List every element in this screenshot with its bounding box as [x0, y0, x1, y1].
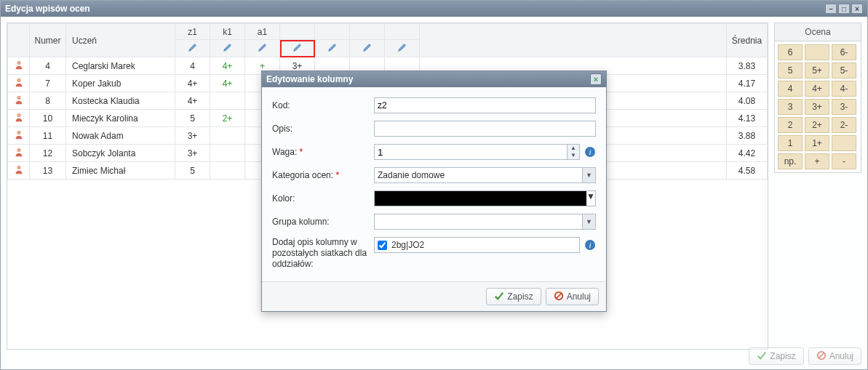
- cell-grade[interactable]: [210, 145, 245, 162]
- cell-numer: 11: [30, 127, 66, 145]
- footer-cancel-button[interactable]: Anuluj: [808, 347, 861, 365]
- edit-column-button[interactable]: [280, 40, 315, 57]
- close-button[interactable]: ×: [851, 4, 863, 14]
- pencil-icon: [258, 42, 268, 52]
- svg-point-0: [17, 61, 20, 65]
- grade-pick-button[interactable]: 1+: [805, 135, 829, 151]
- info-icon[interactable]: i: [584, 239, 596, 251]
- cell-uczen: Kostecka Klaudia: [66, 92, 175, 110]
- pencil-icon: [327, 42, 338, 52]
- grade-col-header[interactable]: [350, 24, 385, 40]
- grade-pick-button[interactable]: 4-: [832, 81, 856, 97]
- cell-uczen: Mieczyk Karolina: [66, 110, 175, 127]
- grade-pick-button[interactable]: 3+: [805, 99, 829, 115]
- grade-pick-button[interactable]: 6: [778, 44, 803, 60]
- cancel-icon: [816, 350, 827, 363]
- edit-column-button[interactable]: [175, 40, 210, 57]
- grade-pick-button[interactable]: 4+: [805, 81, 829, 97]
- col-uczen[interactable]: Uczeń: [66, 24, 175, 57]
- combo-kolor[interactable]: ▼: [374, 190, 596, 206]
- col-srednia[interactable]: Średnia: [727, 24, 768, 57]
- grade-pick-button[interactable]: 5: [778, 63, 803, 79]
- info-icon[interactable]: i: [584, 146, 596, 158]
- grade-pick-button[interactable]: [832, 135, 856, 151]
- grade-pick-button[interactable]: 2+: [805, 117, 829, 133]
- pencil-icon: [223, 42, 233, 52]
- footer-save-button[interactable]: Zapisz: [749, 347, 803, 365]
- pencil-icon: [397, 42, 407, 52]
- grade-col-header[interactable]: [385, 24, 420, 40]
- edit-column-dialog: Edytowanie kolumny × Kod: Opis: Waga: * …: [261, 71, 607, 312]
- grade-pick-button[interactable]: np.: [778, 153, 803, 169]
- dialog-titlebar[interactable]: Edytowanie kolumny ×: [262, 71, 606, 87]
- dialog-close-button[interactable]: ×: [590, 73, 602, 85]
- pencil-icon: [362, 42, 373, 52]
- grade-pick-button[interactable]: 2: [778, 117, 803, 133]
- cell-grade[interactable]: 4+: [175, 75, 210, 92]
- grade-pick-button[interactable]: [805, 44, 829, 60]
- grade-pick-button[interactable]: 3: [778, 99, 803, 115]
- grade-pick-button[interactable]: 4: [778, 81, 803, 97]
- chevron-down-icon[interactable]: ▼: [582, 214, 595, 229]
- cell-uczen: Koper Jakub: [66, 75, 175, 92]
- cell-grade[interactable]: 5: [175, 110, 210, 127]
- grade-col-header[interactable]: k1: [210, 24, 245, 40]
- cell-avg: 3.88: [727, 127, 768, 145]
- checkbox-container: 2bg|JO2: [374, 237, 580, 253]
- grade-pick-button[interactable]: 3-: [832, 99, 856, 115]
- grade-pick-button[interactable]: 1: [778, 135, 803, 151]
- input-kod[interactable]: [374, 97, 596, 113]
- grade-col-header[interactable]: [315, 24, 350, 40]
- avatar-icon: [14, 60, 24, 70]
- edit-column-button[interactable]: [245, 40, 280, 57]
- col-numer[interactable]: Numer: [30, 24, 66, 57]
- svg-text:i: i: [589, 148, 591, 156]
- combo-kategoria[interactable]: Zadanie domowe ▼: [374, 167, 596, 183]
- input-opis[interactable]: [374, 121, 596, 137]
- grade-pick-button[interactable]: 5-: [832, 63, 856, 79]
- cell-grade[interactable]: 3+: [175, 127, 210, 145]
- window-title: Edycja wpisów ocen: [5, 4, 90, 14]
- cell-grade[interactable]: [210, 127, 245, 145]
- dialog-cancel-button[interactable]: Anuluj: [546, 288, 599, 305]
- maximize-button[interactable]: □: [838, 4, 850, 14]
- cell-grade[interactable]: 4+: [210, 57, 245, 75]
- cell-grade[interactable]: 4: [175, 57, 210, 75]
- cell-uczen: Sobczyk Jolanta: [66, 145, 175, 162]
- svg-point-1: [17, 79, 20, 82]
- cell-grade[interactable]: 3+: [175, 145, 210, 162]
- edit-column-button[interactable]: [315, 40, 350, 57]
- grade-pick-button[interactable]: 2-: [832, 117, 856, 133]
- grade-pick-button[interactable]: 6-: [832, 44, 856, 60]
- edit-column-button[interactable]: [210, 40, 245, 57]
- chevron-down-icon[interactable]: ▼: [582, 168, 595, 182]
- spinner-up[interactable]: ▲: [568, 145, 579, 152]
- grade-col-header[interactable]: z1: [175, 24, 210, 40]
- window-titlebar[interactable]: Edycja wpisów ocen – □ ×: [1, 1, 867, 17]
- grade-col-header[interactable]: a1: [245, 24, 280, 40]
- cell-grade[interactable]: 5: [175, 162, 210, 180]
- dialog-save-button[interactable]: Zapisz: [486, 288, 541, 305]
- svg-point-3: [17, 113, 20, 117]
- cell-avg: 4.58: [727, 162, 768, 180]
- pencil-icon: [188, 42, 198, 52]
- edit-column-button[interactable]: [350, 40, 385, 57]
- cell-grade[interactable]: 4+: [175, 92, 210, 110]
- cell-grade[interactable]: [210, 162, 245, 180]
- minimize-button[interactable]: –: [825, 4, 837, 14]
- edit-column-button[interactable]: [385, 40, 420, 57]
- cell-uczen: Ceglarski Marek: [66, 57, 175, 75]
- cell-grade[interactable]: [210, 92, 245, 110]
- spinner-down[interactable]: ▼: [568, 152, 579, 159]
- cell-grade[interactable]: 2+: [210, 110, 245, 127]
- avatar-icon: [14, 112, 24, 122]
- grade-col-header[interactable]: [280, 24, 315, 40]
- checkbox-dodaj[interactable]: [378, 241, 387, 250]
- grade-pick-button[interactable]: 5+: [805, 63, 829, 79]
- chevron-down-icon[interactable]: ▼: [586, 191, 595, 206]
- grade-pick-button[interactable]: +: [805, 153, 829, 169]
- input-waga[interactable]: ▲▼: [374, 144, 580, 160]
- cell-grade[interactable]: 4+: [210, 75, 245, 92]
- combo-grupa[interactable]: ▼: [374, 214, 596, 230]
- grade-pick-button[interactable]: -: [832, 153, 856, 169]
